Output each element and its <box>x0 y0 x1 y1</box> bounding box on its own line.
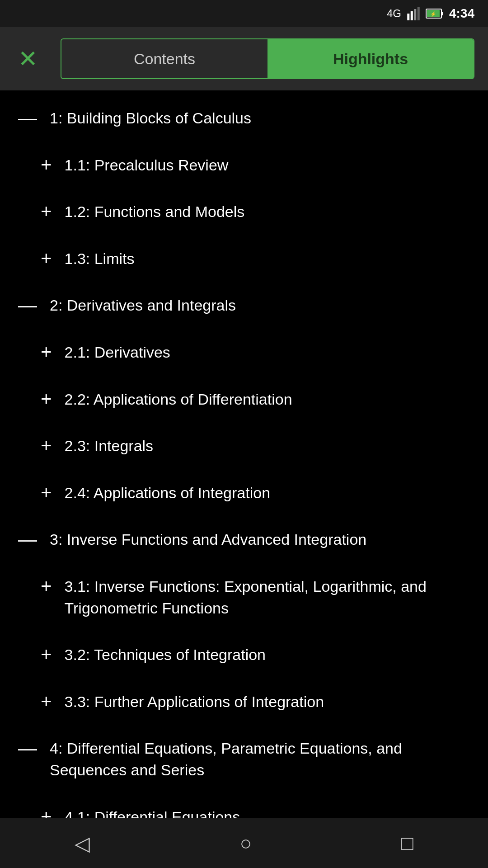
network-label: 4G <box>387 7 401 20</box>
recents-button[interactable]: □ <box>383 827 432 859</box>
section-item[interactable]: + 1.1: Precalculus Review <box>0 142 488 189</box>
chapter-label: 4: Differential Equations, Parametric Eq… <box>50 738 470 781</box>
tab-group: Contents Highlights <box>61 38 474 79</box>
chapter-label: 2: Derivatives and Integrals <box>50 295 236 316</box>
expand-icon: + <box>41 390 52 409</box>
time-display: 4:34 <box>449 6 474 21</box>
svg-rect-1 <box>411 11 413 20</box>
chapter-item[interactable]: — 1: Building Blocks of Calculus <box>0 95 488 142</box>
expand-icon: + <box>41 645 52 664</box>
section-label: 2.3: Integrals <box>65 435 154 457</box>
header: ✕ Contents Highlights <box>0 27 488 90</box>
expand-icon: + <box>41 483 52 502</box>
collapse-icon: — <box>18 530 37 549</box>
section-item[interactable]: + 2.3: Integrals <box>0 423 488 470</box>
section-item[interactable]: + 3.2: Techniques of Integration <box>0 632 488 679</box>
section-item[interactable]: + 3.1: Inverse Functions: Exponential, L… <box>0 563 488 632</box>
section-label: 1.2: Functions and Models <box>65 201 245 223</box>
back-icon: ◁ <box>75 832 90 854</box>
home-icon: ○ <box>239 832 252 854</box>
section-item[interactable]: + 2.2: Applications of Differentiation <box>0 376 488 423</box>
expand-icon: + <box>41 436 52 455</box>
battery-icon: ⚡ <box>426 9 444 19</box>
tab-contents-label: Contents <box>134 50 195 68</box>
section-label: 2.1: Derivatives <box>65 342 170 363</box>
expand-icon: + <box>41 202 52 221</box>
section-item[interactable]: + 1.2: Functions and Models <box>0 189 488 236</box>
section-label: 2.2: Applications of Differentiation <box>65 389 292 410</box>
tab-highlights-label: Highlights <box>333 50 408 68</box>
section-label: 2.4: Applications of Integration <box>65 482 271 504</box>
svg-rect-6 <box>442 12 443 15</box>
section-label: 1.3: Limits <box>65 248 135 270</box>
chapter-item[interactable]: — 3: Inverse Functions and Advanced Inte… <box>0 516 488 563</box>
collapse-icon: — <box>18 296 37 315</box>
svg-rect-3 <box>418 7 420 20</box>
section-label: 1.1: Precalculus Review <box>65 155 229 176</box>
recents-icon: □ <box>401 832 413 854</box>
expand-icon: + <box>41 577 52 596</box>
chapter-item[interactable]: — 2: Derivatives and Integrals <box>0 282 488 329</box>
tab-highlights[interactable]: Highlights <box>267 39 474 78</box>
section-label: 3.3: Further Applications of Integration <box>65 691 324 713</box>
content-area: — 1: Building Blocks of Calculus + 1.1: … <box>0 90 488 845</box>
status-icons: 4G ⚡ 4:34 <box>387 6 474 21</box>
chapter-item[interactable]: — 4: Differential Equations, Parametric … <box>0 725 488 793</box>
chapter-label: 3: Inverse Functions and Advanced Integr… <box>50 529 366 551</box>
home-button[interactable]: ○ <box>221 827 270 859</box>
expand-icon: + <box>41 692 52 711</box>
section-item[interactable]: + 3.3: Further Applications of Integrati… <box>0 679 488 726</box>
section-item[interactable]: + 1.3: Limits <box>0 236 488 283</box>
chapter-label: 1: Building Blocks of Calculus <box>50 108 251 129</box>
expand-icon: + <box>41 156 52 175</box>
tab-contents[interactable]: Contents <box>61 39 267 78</box>
section-item[interactable]: + 2.4: Applications of Integration <box>0 470 488 517</box>
status-bar: 4G ⚡ 4:34 <box>0 0 488 27</box>
collapse-icon: — <box>18 739 37 758</box>
close-button[interactable]: ✕ <box>14 42 42 75</box>
section-item[interactable]: + 2.1: Derivatives <box>0 329 488 376</box>
svg-rect-2 <box>414 9 416 20</box>
svg-text:⚡: ⚡ <box>430 11 436 17</box>
svg-rect-0 <box>407 14 409 20</box>
back-button[interactable]: ◁ <box>56 827 108 859</box>
signal-icon <box>407 7 420 20</box>
collapse-icon: — <box>18 108 37 127</box>
expand-icon: + <box>41 343 52 362</box>
bottom-nav: ◁ ○ □ <box>0 818 488 868</box>
expand-icon: + <box>41 249 52 268</box>
section-label: 3.1: Inverse Functions: Exponential, Log… <box>65 576 470 619</box>
section-label: 3.2: Techniques of Integration <box>65 644 266 666</box>
